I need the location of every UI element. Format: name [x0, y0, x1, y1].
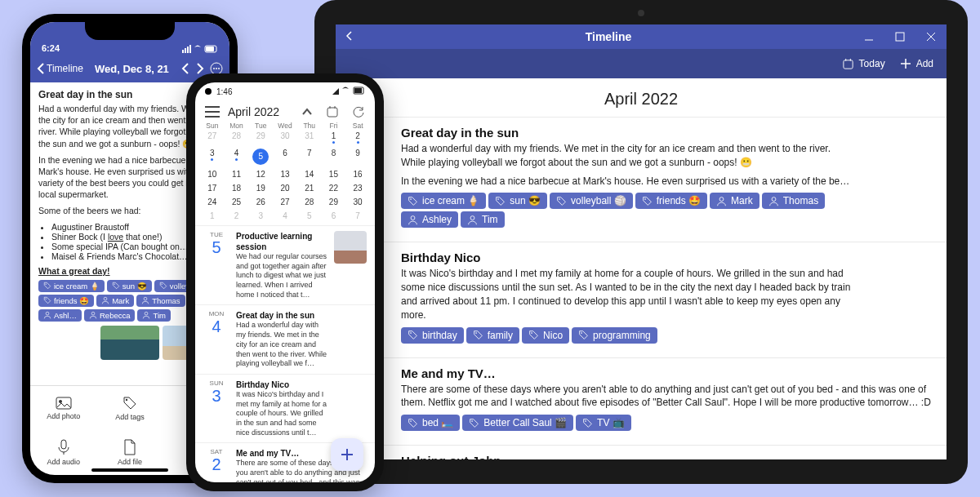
tag-chip[interactable]: friends 🤩 — [635, 193, 707, 209]
thumbnail-icecream[interactable] — [38, 326, 97, 360]
entry-thumb[interactable] — [868, 251, 932, 314]
calendar-day[interactable]: 28 — [297, 197, 322, 206]
fab-add-button[interactable] — [331, 438, 363, 471]
calendar-day[interactable]: 24 — [200, 197, 225, 206]
tag-chip[interactable]: sun 😎 — [107, 280, 152, 292]
month-title[interactable]: April 2022 — [228, 105, 293, 118]
tag-chip[interactable]: Mark — [710, 193, 760, 209]
tag-chip[interactable]: Thomas — [136, 295, 185, 307]
calendar-day[interactable]: 7 — [345, 211, 370, 220]
prev-day-icon[interactable] — [180, 63, 190, 74]
calendar-day[interactable]: 20 — [273, 184, 297, 193]
tag-chip[interactable]: birthday — [401, 327, 464, 344]
calendar-day[interactable]: 31 — [297, 131, 322, 144]
timeline-entry[interactable]: MON4 Great day in the sun Had a wonderfu… — [336, 118, 947, 242]
add-tags-button[interactable]: Add tags — [96, 386, 163, 431]
calendar-day[interactable]: 13 — [273, 170, 297, 179]
add-button[interactable]: Add — [900, 58, 933, 69]
entry-thumb[interactable] — [334, 231, 367, 264]
tag-chip[interactable]: Mark — [96, 295, 134, 307]
tag-chip[interactable]: sun 😎 — [488, 193, 547, 209]
tag-chip[interactable]: volleyball 🏐 — [550, 193, 633, 209]
entry-thumb[interactable] — [868, 126, 932, 189]
calendar-day[interactable]: 1 — [200, 211, 225, 220]
calendar-day[interactable]: 21 — [297, 184, 322, 193]
tag-chip[interactable]: ice cream 🍦 — [401, 193, 486, 209]
calendar-grid[interactable]: 2728293031123456789101112131415161718192… — [195, 130, 375, 226]
tag-chip[interactable]: Rebecca — [84, 309, 136, 322]
timeline-entry[interactable]: SUN3 Birthday Nico It was Nico's birthda… — [336, 242, 947, 357]
list-item[interactable]: MON4 Great day in the sunHad a wonderful… — [195, 305, 375, 374]
calendar-day[interactable]: 19 — [248, 184, 273, 193]
calendar-day[interactable]: 9 — [345, 149, 370, 165]
menu-icon[interactable] — [205, 106, 220, 118]
calendar-day[interactable]: 28 — [225, 131, 249, 144]
tag-chip[interactable]: Better Call Saul 🎬 — [462, 415, 573, 431]
back-button[interactable]: Timeline — [37, 63, 83, 74]
calendar-day[interactable]: 17 — [200, 184, 225, 193]
calendar-day[interactable]: 6 — [273, 149, 297, 165]
calendar-today-icon[interactable] — [326, 105, 339, 118]
add-photo-button[interactable]: Add photo — [30, 386, 96, 431]
timeline-entry[interactable]: SAT2 Me and my TV… There are some of the… — [336, 358, 947, 446]
calendar-day[interactable]: 6 — [322, 211, 346, 220]
calendar-day[interactable]: 1 — [322, 131, 346, 144]
tag-chip[interactable]: friends 🤩 — [38, 295, 94, 307]
home-indicator[interactable] — [91, 468, 168, 472]
calendar-day[interactable]: 26 — [248, 197, 273, 206]
add-audio-button[interactable]: Add audio — [30, 431, 96, 476]
calendar-day[interactable]: 15 — [322, 170, 346, 179]
next-day-icon[interactable] — [195, 63, 205, 74]
calendar-day[interactable]: 30 — [273, 131, 297, 144]
list-item[interactable]: TUE5 Productive learning sessionWe had o… — [195, 226, 375, 305]
today-button[interactable]: Today — [842, 58, 885, 70]
thumbnail-lake[interactable] — [100, 326, 159, 360]
chevron-up-icon[interactable] — [301, 106, 313, 118]
calendar-day[interactable]: 27 — [273, 197, 297, 206]
sync-icon[interactable] — [352, 105, 365, 118]
entry-thumb[interactable] — [334, 379, 367, 412]
calendar-day[interactable]: 16 — [345, 170, 370, 179]
tag-chip[interactable]: family — [466, 327, 519, 344]
tag-chip[interactable]: Thomas — [762, 193, 825, 209]
closing-link[interactable]: What a great day! — [38, 266, 110, 276]
tag-chip[interactable]: Ashley — [401, 211, 458, 228]
maximize-button[interactable] — [884, 24, 915, 49]
calendar-day[interactable]: 4 — [273, 211, 297, 220]
back-button[interactable] — [336, 29, 363, 44]
tag-chip[interactable]: Tim — [137, 309, 170, 322]
calendar-day[interactable]: 10 — [200, 170, 225, 179]
close-button[interactable] — [915, 24, 947, 49]
tag-chip[interactable]: Nico — [522, 327, 569, 344]
list-item[interactable]: SUN3 Birthday NicoIt was Nico's birthday… — [195, 375, 375, 443]
calendar-day[interactable]: 29 — [322, 197, 346, 206]
calendar-day[interactable]: 27 — [200, 131, 225, 144]
calendar-day[interactable]: 11 — [225, 170, 249, 179]
tag-chip[interactable]: ice cream 🍦 — [38, 280, 105, 292]
calendar-day[interactable]: 23 — [345, 184, 370, 193]
calendar-day[interactable]: 3 — [200, 149, 225, 165]
calendar-day[interactable]: 18 — [225, 184, 249, 193]
tag-chip[interactable]: Ashl… — [38, 309, 82, 322]
calendar-day[interactable]: 22 — [322, 184, 346, 193]
calendar-day[interactable]: 8 — [322, 149, 346, 165]
calendar-day[interactable]: 3 — [248, 211, 273, 220]
calendar-day[interactable]: 25 — [225, 197, 249, 206]
calendar-day[interactable]: 4 — [225, 149, 249, 165]
calendar-day[interactable]: 2 — [225, 211, 249, 220]
calendar-day[interactable]: 5 — [297, 211, 322, 220]
minimize-button[interactable] — [853, 24, 884, 49]
tag-chip[interactable]: bed 🛏️ — [401, 415, 460, 431]
tag-chip[interactable]: programming — [572, 327, 657, 344]
calendar-day[interactable]: 2 — [345, 131, 370, 144]
calendar-day[interactable]: 29 — [248, 131, 273, 144]
calendar-day[interactable]: 14 — [297, 170, 322, 179]
tag-chip[interactable]: TV 📺 — [576, 415, 631, 431]
calendar-day[interactable]: 12 — [248, 170, 273, 179]
calendar-day[interactable]: 5 — [248, 149, 273, 165]
tag-chip[interactable]: Tim — [461, 211, 505, 228]
calendar-day[interactable]: 30 — [345, 197, 370, 206]
entry-thumb[interactable] — [334, 310, 367, 343]
timeline-entry[interactable]: FRI Helping out John After work John cal… — [336, 446, 947, 459]
date-title[interactable]: Wed, Dec 8, 21 — [83, 63, 180, 75]
